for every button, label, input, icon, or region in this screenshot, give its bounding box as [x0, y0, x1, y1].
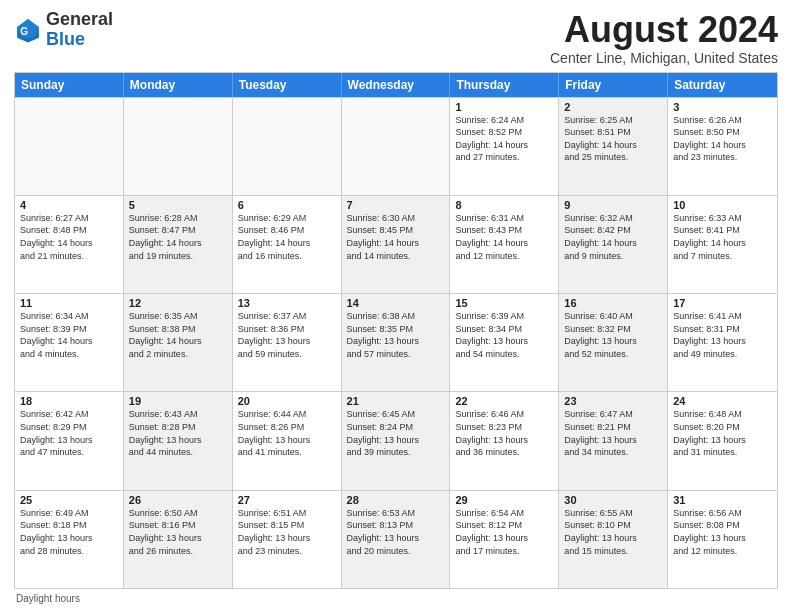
calendar-row-3: 11Sunrise: 6:34 AM Sunset: 8:39 PM Dayli…	[15, 293, 777, 391]
day-info: Sunrise: 6:33 AM Sunset: 8:41 PM Dayligh…	[673, 212, 772, 262]
day-info: Sunrise: 6:41 AM Sunset: 8:31 PM Dayligh…	[673, 310, 772, 360]
calendar-cell-20: 20Sunrise: 6:44 AM Sunset: 8:26 PM Dayli…	[233, 392, 342, 489]
day-number: 17	[673, 297, 772, 309]
calendar-cell-empty-0	[15, 98, 124, 195]
weekday-header-thursday: Thursday	[450, 73, 559, 97]
day-info: Sunrise: 6:53 AM Sunset: 8:13 PM Dayligh…	[347, 507, 445, 557]
weekday-header-tuesday: Tuesday	[233, 73, 342, 97]
day-info: Sunrise: 6:43 AM Sunset: 8:28 PM Dayligh…	[129, 408, 227, 458]
day-number: 22	[455, 395, 553, 407]
location: Center Line, Michigan, United States	[550, 50, 778, 66]
calendar-cell-29: 29Sunrise: 6:54 AM Sunset: 8:12 PM Dayli…	[450, 491, 559, 588]
calendar-cell-6: 6Sunrise: 6:29 AM Sunset: 8:46 PM Daylig…	[233, 196, 342, 293]
day-info: Sunrise: 6:55 AM Sunset: 8:10 PM Dayligh…	[564, 507, 662, 557]
calendar-cell-empty-1	[124, 98, 233, 195]
weekday-header-wednesday: Wednesday	[342, 73, 451, 97]
day-info: Sunrise: 6:47 AM Sunset: 8:21 PM Dayligh…	[564, 408, 662, 458]
logo: G General Blue	[14, 10, 113, 50]
day-info: Sunrise: 6:56 AM Sunset: 8:08 PM Dayligh…	[673, 507, 772, 557]
day-info: Sunrise: 6:40 AM Sunset: 8:32 PM Dayligh…	[564, 310, 662, 360]
calendar: SundayMondayTuesdayWednesdayThursdayFrid…	[14, 72, 778, 589]
calendar-cell-8: 8Sunrise: 6:31 AM Sunset: 8:43 PM Daylig…	[450, 196, 559, 293]
day-number: 14	[347, 297, 445, 309]
day-number: 5	[129, 199, 227, 211]
calendar-cell-3: 3Sunrise: 6:26 AM Sunset: 8:50 PM Daylig…	[668, 98, 777, 195]
day-number: 19	[129, 395, 227, 407]
day-info: Sunrise: 6:31 AM Sunset: 8:43 PM Dayligh…	[455, 212, 553, 262]
calendar-cell-17: 17Sunrise: 6:41 AM Sunset: 8:31 PM Dayli…	[668, 294, 777, 391]
day-info: Sunrise: 6:24 AM Sunset: 8:52 PM Dayligh…	[455, 114, 553, 164]
calendar-row-5: 25Sunrise: 6:49 AM Sunset: 8:18 PM Dayli…	[15, 490, 777, 588]
day-number: 8	[455, 199, 553, 211]
calendar-cell-13: 13Sunrise: 6:37 AM Sunset: 8:36 PM Dayli…	[233, 294, 342, 391]
day-number: 16	[564, 297, 662, 309]
weekday-header-friday: Friday	[559, 73, 668, 97]
weekday-header-monday: Monday	[124, 73, 233, 97]
day-info: Sunrise: 6:27 AM Sunset: 8:48 PM Dayligh…	[20, 212, 118, 262]
day-info: Sunrise: 6:46 AM Sunset: 8:23 PM Dayligh…	[455, 408, 553, 458]
calendar-cell-27: 27Sunrise: 6:51 AM Sunset: 8:15 PM Dayli…	[233, 491, 342, 588]
logo-general-text: General	[46, 9, 113, 29]
calendar-cell-28: 28Sunrise: 6:53 AM Sunset: 8:13 PM Dayli…	[342, 491, 451, 588]
day-number: 13	[238, 297, 336, 309]
day-number: 25	[20, 494, 118, 506]
calendar-cell-2: 2Sunrise: 6:25 AM Sunset: 8:51 PM Daylig…	[559, 98, 668, 195]
day-number: 28	[347, 494, 445, 506]
calendar-cell-12: 12Sunrise: 6:35 AM Sunset: 8:38 PM Dayli…	[124, 294, 233, 391]
calendar-cell-10: 10Sunrise: 6:33 AM Sunset: 8:41 PM Dayli…	[668, 196, 777, 293]
calendar-cell-25: 25Sunrise: 6:49 AM Sunset: 8:18 PM Dayli…	[15, 491, 124, 588]
calendar-cell-5: 5Sunrise: 6:28 AM Sunset: 8:47 PM Daylig…	[124, 196, 233, 293]
day-info: Sunrise: 6:26 AM Sunset: 8:50 PM Dayligh…	[673, 114, 772, 164]
calendar-row-1: 1Sunrise: 6:24 AM Sunset: 8:52 PM Daylig…	[15, 97, 777, 195]
day-info: Sunrise: 6:45 AM Sunset: 8:24 PM Dayligh…	[347, 408, 445, 458]
day-number: 27	[238, 494, 336, 506]
calendar-cell-30: 30Sunrise: 6:55 AM Sunset: 8:10 PM Dayli…	[559, 491, 668, 588]
day-info: Sunrise: 6:32 AM Sunset: 8:42 PM Dayligh…	[564, 212, 662, 262]
calendar-cell-empty-3	[342, 98, 451, 195]
page: G General Blue August 2024 Center Line, …	[0, 0, 792, 612]
day-info: Sunrise: 6:30 AM Sunset: 8:45 PM Dayligh…	[347, 212, 445, 262]
logo-blue-text: Blue	[46, 29, 85, 49]
day-info: Sunrise: 6:38 AM Sunset: 8:35 PM Dayligh…	[347, 310, 445, 360]
header: G General Blue August 2024 Center Line, …	[14, 10, 778, 66]
day-info: Sunrise: 6:37 AM Sunset: 8:36 PM Dayligh…	[238, 310, 336, 360]
day-number: 6	[238, 199, 336, 211]
day-number: 24	[673, 395, 772, 407]
calendar-cell-22: 22Sunrise: 6:46 AM Sunset: 8:23 PM Dayli…	[450, 392, 559, 489]
day-number: 31	[673, 494, 772, 506]
calendar-row-2: 4Sunrise: 6:27 AM Sunset: 8:48 PM Daylig…	[15, 195, 777, 293]
footer-note: Daylight hours	[14, 593, 778, 604]
day-number: 30	[564, 494, 662, 506]
day-number: 10	[673, 199, 772, 211]
calendar-cell-empty-2	[233, 98, 342, 195]
day-number: 7	[347, 199, 445, 211]
day-info: Sunrise: 6:35 AM Sunset: 8:38 PM Dayligh…	[129, 310, 227, 360]
day-info: Sunrise: 6:49 AM Sunset: 8:18 PM Dayligh…	[20, 507, 118, 557]
day-info: Sunrise: 6:34 AM Sunset: 8:39 PM Dayligh…	[20, 310, 118, 360]
month-year: August 2024	[550, 10, 778, 50]
day-info: Sunrise: 6:50 AM Sunset: 8:16 PM Dayligh…	[129, 507, 227, 557]
day-info: Sunrise: 6:29 AM Sunset: 8:46 PM Dayligh…	[238, 212, 336, 262]
calendar-cell-19: 19Sunrise: 6:43 AM Sunset: 8:28 PM Dayli…	[124, 392, 233, 489]
calendar-cell-14: 14Sunrise: 6:38 AM Sunset: 8:35 PM Dayli…	[342, 294, 451, 391]
svg-text:G: G	[20, 25, 28, 36]
day-number: 3	[673, 101, 772, 113]
logo-icon: G	[14, 16, 42, 44]
day-number: 9	[564, 199, 662, 211]
day-info: Sunrise: 6:48 AM Sunset: 8:20 PM Dayligh…	[673, 408, 772, 458]
day-info: Sunrise: 6:42 AM Sunset: 8:29 PM Dayligh…	[20, 408, 118, 458]
calendar-cell-26: 26Sunrise: 6:50 AM Sunset: 8:16 PM Dayli…	[124, 491, 233, 588]
calendar-body: 1Sunrise: 6:24 AM Sunset: 8:52 PM Daylig…	[15, 97, 777, 588]
day-info: Sunrise: 6:51 AM Sunset: 8:15 PM Dayligh…	[238, 507, 336, 557]
day-info: Sunrise: 6:25 AM Sunset: 8:51 PM Dayligh…	[564, 114, 662, 164]
calendar-header: SundayMondayTuesdayWednesdayThursdayFrid…	[15, 73, 777, 97]
title-block: August 2024 Center Line, Michigan, Unite…	[550, 10, 778, 66]
weekday-header-sunday: Sunday	[15, 73, 124, 97]
day-number: 12	[129, 297, 227, 309]
day-number: 29	[455, 494, 553, 506]
day-number: 1	[455, 101, 553, 113]
calendar-cell-11: 11Sunrise: 6:34 AM Sunset: 8:39 PM Dayli…	[15, 294, 124, 391]
calendar-cell-24: 24Sunrise: 6:48 AM Sunset: 8:20 PM Dayli…	[668, 392, 777, 489]
calendar-cell-23: 23Sunrise: 6:47 AM Sunset: 8:21 PM Dayli…	[559, 392, 668, 489]
calendar-cell-4: 4Sunrise: 6:27 AM Sunset: 8:48 PM Daylig…	[15, 196, 124, 293]
